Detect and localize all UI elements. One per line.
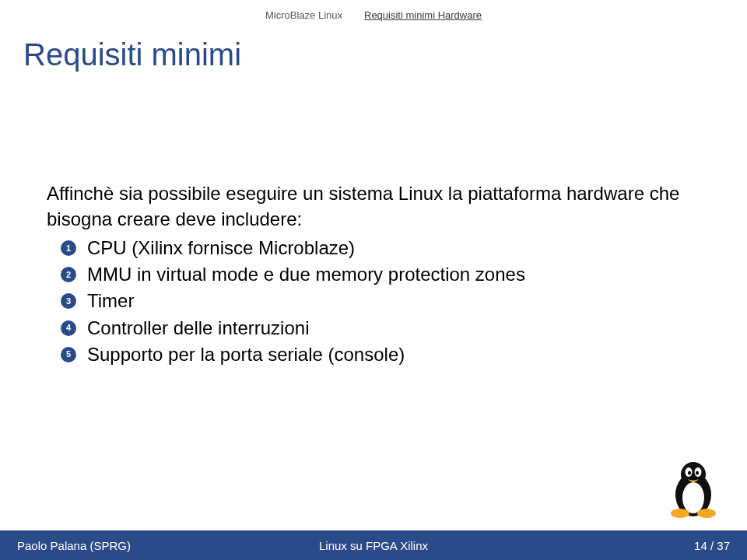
list-item-text: CPU (Xilinx fornisce Microblaze) [87,235,700,261]
bullet-5: 5 [61,347,76,362]
bullet-4: 4 [61,320,76,336]
bullet-3: 3 [61,293,76,309]
svg-point-7 [671,509,689,518]
footer-page-number: 14 / 37 [493,539,730,552]
slide-content: Affinchè sia possibile eseguire un siste… [47,180,700,367]
list-item-text: MMU in virtual mode e due memory protect… [87,261,700,287]
list-item: 5 Supporto per la porta seriale (console… [61,341,700,367]
list-item-text: Controller delle interruzioni [87,315,700,341]
nav-tab-subsection[interactable]: Requisiti minimi Hardware [363,9,483,21]
svg-point-5 [688,471,691,475]
lead-paragraph: Affinchè sia possibile eseguire un siste… [47,180,700,232]
nav-tab-section[interactable]: MicroBlaze Linux [264,9,344,21]
list-item-text: Supporto per la porta seriale (console) [87,341,700,367]
slide-title: Requisiti minimi [23,37,241,72]
list-item: 2 MMU in virtual mode e due memory prote… [61,261,700,287]
list-item: 3 Timer [61,288,700,313]
tux-penguin-icon [666,457,721,518]
list-item: 1 CPU (Xilinx fornisce Microblaze) [61,235,700,261]
svg-point-2 [682,482,704,513]
bullet-2: 2 [61,267,76,282]
slide-footer: Paolo Palana (SPRG) Linux su FPGA Xilinx… [0,530,747,560]
list-item: 4 Controller delle interruzioni [61,315,700,341]
footer-author: Paolo Palana (SPRG) [17,539,254,552]
slide-nav-tabs: MicroBlaze Linux Requisiti minimi Hardwa… [0,9,747,21]
svg-point-8 [697,509,716,518]
footer-title: Linux su FPGA Xilinx [254,539,492,552]
bullet-1: 1 [61,240,76,256]
svg-point-6 [696,471,699,475]
numbered-list: 1 CPU (Xilinx fornisce Microblaze) 2 MMU… [47,235,700,367]
list-item-text: Timer [87,288,700,313]
